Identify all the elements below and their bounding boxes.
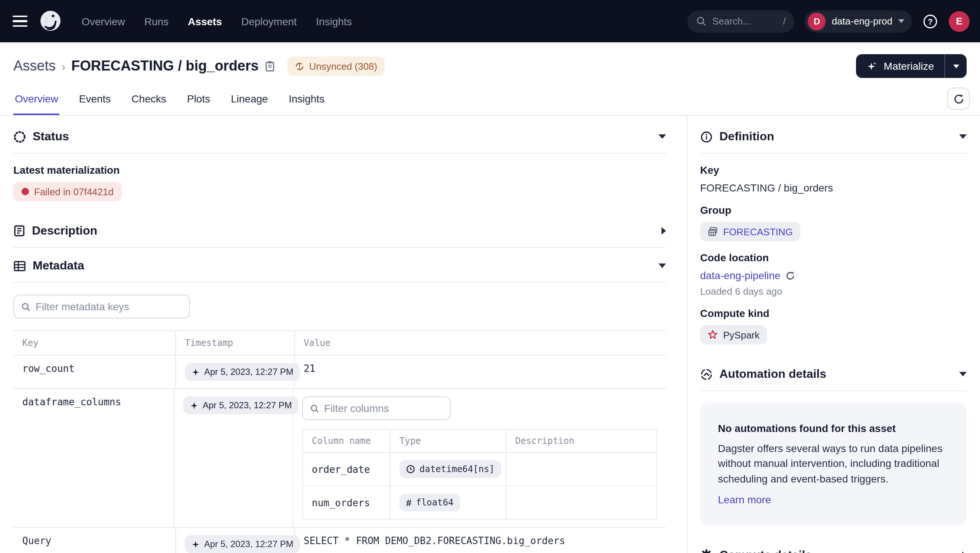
nav-links: Overview Runs Assets Deployment Insights xyxy=(82,15,352,27)
refresh-button[interactable] xyxy=(947,87,970,110)
metadata-value: SELECT * FROM DEMO_DB2.FORECASTING.big_o… xyxy=(295,528,666,553)
failed-run-link[interactable]: Failed in 07f4421d xyxy=(13,182,122,201)
tabs-row: Overview Events Checks Plots Lineage Ins… xyxy=(0,85,980,116)
status-collapse-caret-icon[interactable] xyxy=(659,134,666,139)
no-automations-card: No automations found for this asset Dags… xyxy=(700,403,967,526)
metadata-key: row_count xyxy=(13,356,176,388)
column-description xyxy=(506,453,656,485)
automation-section-header[interactable]: Automation details xyxy=(700,358,967,391)
metadata-key: dataframe_columns xyxy=(13,389,175,527)
status-section-header[interactable]: Status xyxy=(13,120,666,153)
code-location-label: Code location xyxy=(700,252,967,264)
sparkle-icon xyxy=(191,540,200,548)
help-icon: ? xyxy=(922,13,939,29)
search-icon xyxy=(22,302,30,311)
metadata-key: Query xyxy=(13,528,176,553)
learn-more-link[interactable]: Learn more xyxy=(718,494,771,505)
timestamp-label: Apr 5, 2023, 12:27 PM xyxy=(203,400,292,410)
timestamp-pill[interactable]: Apr 5, 2023, 12:27 PM xyxy=(185,535,300,553)
sidebar: Definition Key FORECASTING / big_orders … xyxy=(687,116,980,553)
sensor-icon xyxy=(700,368,713,380)
materialize-label: Materialize xyxy=(884,60,934,72)
nav-item-insights[interactable]: Insights xyxy=(316,15,352,27)
col-header-value: Value xyxy=(295,331,666,355)
svg-text:?: ? xyxy=(928,17,932,26)
search-input[interactable]: Search... / xyxy=(688,10,795,32)
compute-kind-label: Compute kind xyxy=(700,307,967,319)
materialize-button[interactable]: Materialize xyxy=(856,54,944,78)
pyspark-star-icon xyxy=(708,330,718,340)
materialize-split-button: Materialize xyxy=(856,54,967,78)
topnav-right: Search... / D data-eng-prod ? E xyxy=(688,10,970,32)
no-automations-body: Dagster offers several ways to run data … xyxy=(718,441,949,486)
failed-run-label: Failed in 07f4421d xyxy=(34,186,114,197)
definition-title: Definition xyxy=(719,130,774,143)
col-header-description: Description xyxy=(506,430,656,452)
tab-events[interactable]: Events xyxy=(78,85,113,115)
copy-icon[interactable] xyxy=(265,60,276,72)
metadata-section-header[interactable]: Metadata xyxy=(13,249,666,282)
nav-item-overview[interactable]: Overview xyxy=(82,15,125,27)
description-expand-caret-icon[interactable] xyxy=(662,227,666,235)
chevron-down-icon xyxy=(898,19,904,23)
menu-icon[interactable] xyxy=(8,8,33,34)
help-button[interactable]: ? xyxy=(922,13,939,29)
metadata-title: Metadata xyxy=(33,259,84,272)
metadata-collapse-caret-icon[interactable] xyxy=(659,264,666,268)
breadcrumb-assets[interactable]: Assets xyxy=(13,58,56,74)
breadcrumb-separator: › xyxy=(62,60,65,72)
deployment-switcher[interactable]: D data-eng-prod xyxy=(805,10,912,32)
compute-section-header[interactable]: Compute details xyxy=(700,539,967,553)
compute-expand-caret-icon[interactable] xyxy=(962,551,967,553)
refresh-icon xyxy=(953,93,964,104)
gear-icon xyxy=(700,549,713,553)
columns-table-header: Column name Type Description xyxy=(303,430,656,453)
dagster-logo-icon[interactable] xyxy=(38,9,62,33)
table-row: dataframe_columns Apr 5, 2023, 12:27 PM xyxy=(13,389,666,528)
hash-icon: # xyxy=(406,497,411,508)
page-title: FORECASTING / big_orders xyxy=(71,58,259,74)
deployment-badge: D xyxy=(808,12,826,30)
reload-icon[interactable] xyxy=(786,270,795,280)
search-icon xyxy=(310,404,319,413)
nav-item-runs[interactable]: Runs xyxy=(145,15,169,27)
materialize-dropdown-button[interactable] xyxy=(944,54,967,78)
tab-plots[interactable]: Plots xyxy=(186,85,212,115)
timestamp-pill[interactable]: Apr 5, 2023, 12:27 PM xyxy=(183,396,299,414)
automation-collapse-caret-icon[interactable] xyxy=(959,372,967,377)
tab-overview[interactable]: Overview xyxy=(13,85,60,115)
compute-kind-pill[interactable]: PySpark xyxy=(700,325,767,345)
info-icon xyxy=(700,130,713,143)
status-icon xyxy=(13,130,26,143)
metadata-table: Key Timestamp Value row_count Apr 5, 202… xyxy=(13,330,666,553)
timestamp-pill[interactable]: Apr 5, 2023, 12:27 PM xyxy=(185,363,300,381)
column-description xyxy=(506,486,656,519)
definition-section-header[interactable]: Definition xyxy=(700,120,967,153)
table-row: Query Apr 5, 2023, 12:27 PM SELECT * FRO… xyxy=(13,528,666,553)
group-pill[interactable]: FORECASTING xyxy=(700,222,800,241)
description-section-header[interactable]: Description xyxy=(13,215,666,247)
tab-insights[interactable]: Insights xyxy=(287,85,326,115)
latest-materialization-label: Latest materialization xyxy=(13,164,666,176)
group-link[interactable]: FORECASTING xyxy=(723,226,793,237)
avatar[interactable]: E xyxy=(949,11,970,32)
timestamp-label: Apr 5, 2023, 12:27 PM xyxy=(204,539,293,549)
definition-collapse-caret-icon[interactable] xyxy=(959,134,967,139)
sparkle-icon xyxy=(191,368,200,376)
type-label: float64 xyxy=(416,497,453,508)
code-location-link[interactable]: data-eng-pipeline xyxy=(700,269,780,281)
timestamp-label: Apr 5, 2023, 12:27 PM xyxy=(204,367,293,377)
column-name: num_orders xyxy=(303,486,390,519)
col-header-column-name: Column name xyxy=(303,430,390,452)
group-icon xyxy=(708,226,718,237)
tab-checks[interactable]: Checks xyxy=(130,85,167,115)
nav-item-deployment[interactable]: Deployment xyxy=(241,15,297,27)
nav-item-assets[interactable]: Assets xyxy=(188,15,222,27)
unsynced-badge[interactable]: Unsynced (308) xyxy=(288,56,385,76)
tab-lineage[interactable]: Lineage xyxy=(229,85,269,115)
metadata-filter-input[interactable] xyxy=(36,300,182,313)
filter-columns-input[interactable] xyxy=(324,402,442,414)
columns-table: Column name Type Description order_date … xyxy=(302,429,657,520)
search-placeholder: Search... xyxy=(712,16,751,27)
table-row: row_count Apr 5, 2023, 12:27 PM 21 xyxy=(13,356,666,389)
